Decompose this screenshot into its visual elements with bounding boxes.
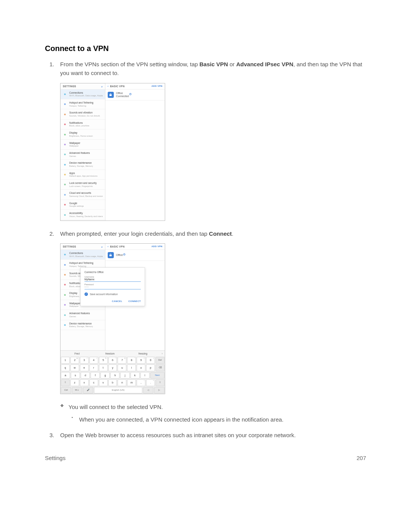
settings-item[interactable]: ◉Advanced featuresGames xyxy=(61,150,105,160)
keyboard-key[interactable]: ,! xyxy=(137,379,145,386)
connect-button[interactable]: CONNECT xyxy=(128,300,141,302)
keyboard-key[interactable]: g xyxy=(100,372,110,379)
keyboard-key[interactable]: ⇧ xyxy=(61,379,70,386)
settings-item-icon: ◉ xyxy=(63,152,67,157)
keyboard-key[interactable]: ▷ xyxy=(154,387,164,393)
keyboard-key[interactable]: j xyxy=(120,372,129,379)
keyboard-key[interactable]: 🎤 xyxy=(83,387,93,393)
gear-icon[interactable]: ⚙ xyxy=(123,253,126,257)
keyboard-key[interactable]: f xyxy=(91,372,100,379)
settings-item[interactable]: ◉Hotspot and TetheringHotspot, Tethering xyxy=(61,99,105,109)
settings-item-icon: ◉ xyxy=(63,193,67,197)
settings-title: SETTINGS xyxy=(63,245,76,248)
keyboard-key[interactable]: b xyxy=(108,379,117,386)
keyboard-key[interactable]: w xyxy=(70,364,79,371)
password-field[interactable]: ···· xyxy=(84,286,141,289)
keyboard-key[interactable]: h xyxy=(110,372,119,379)
add-vpn-button[interactable]: ADD VPN xyxy=(151,85,162,88)
keyboard-key[interactable]: z xyxy=(70,379,79,386)
footer-section: Settings xyxy=(45,454,65,462)
settings-item[interactable]: ◉Sounds and vibrationSounds, Vibration, … xyxy=(61,109,105,119)
save-checkbox[interactable]: ✓ xyxy=(84,292,88,296)
settings-item[interactable]: ◉DisplayBrightness, Home screen xyxy=(61,129,105,139)
settings-item[interactable]: ◉Advanced featuresGames xyxy=(61,310,105,320)
settings-item[interactable]: ◉Lock screen and securityLock screen, Fi… xyxy=(61,180,105,190)
settings-item[interactable]: ◉Device maintenanceBattery, Storage, Mem… xyxy=(61,320,105,330)
keyboard-key[interactable]: 0) xyxy=(146,357,155,364)
settings-item[interactable]: ◉AccessibilityVision, Hearing, Dexterity… xyxy=(61,210,105,220)
keyboard-key[interactable]: 7& xyxy=(118,357,126,364)
cancel-button[interactable]: CANCEL xyxy=(112,300,123,302)
username-field[interactable]: MyName xyxy=(84,278,141,282)
keyboard-key[interactable]: Next xyxy=(150,372,164,379)
keyboard-key[interactable]: a xyxy=(61,372,70,379)
settings-item[interactable]: ◉Cloud and accountsSamsung Cloud, Backup… xyxy=(61,190,105,200)
keyboard-key[interactable]: 5% xyxy=(99,357,108,364)
keyboard-key[interactable]: Ctrl xyxy=(61,387,71,393)
keyboard-key[interactable]: ⌫ xyxy=(156,364,164,371)
dialog-title: Connect to Office xyxy=(84,271,141,273)
keyboard-key[interactable]: i xyxy=(127,364,136,371)
keyboard-key[interactable]: 2@ xyxy=(70,357,79,364)
keyboard-key[interactable]: y xyxy=(108,364,117,371)
settings-item[interactable]: ◉WallpaperWallpaper xyxy=(61,140,105,150)
keyboard-key[interactable]: English (US) xyxy=(94,387,142,393)
keyboard-key[interactable]: m xyxy=(127,379,136,386)
pane-title: BASIC VPN xyxy=(110,85,124,88)
keyboard-key[interactable]: u xyxy=(118,364,126,371)
settings-item-icon: ◉ xyxy=(63,323,67,327)
keyboard-key[interactable]: 4/ xyxy=(89,357,98,364)
keyboard-key[interactable]: e xyxy=(80,364,89,371)
vpn-entry[interactable]: Office ⚙ xyxy=(105,250,165,261)
settings-item[interactable]: ◉AppsDefault apps, App permissions xyxy=(61,170,105,180)
settings-item[interactable]: ◉GoogleGoogle settings xyxy=(61,200,105,210)
keyboard-key[interactable]: Del xyxy=(156,357,164,364)
keyboard-key[interactable]: x xyxy=(80,379,89,386)
sub-bullets: You will connect to the selected VPN. Wh… xyxy=(60,403,366,424)
keyboard-key[interactable]: r xyxy=(89,364,98,371)
search-icon[interactable]: ⌕ xyxy=(101,85,103,88)
bullet-1: You will connect to the selected VPN. Wh… xyxy=(68,403,366,424)
page-footer: Settings 207 xyxy=(45,454,366,462)
keyboard-key[interactable]: 6^ xyxy=(108,357,117,364)
keyboard-key[interactable]: s xyxy=(71,372,80,379)
settings-item[interactable]: ◉Device maintenanceBattery, Storage, Mem… xyxy=(61,160,105,169)
keyboard-key[interactable]: d xyxy=(81,372,90,379)
settings-item[interactable]: ◉ConnectionsWi-Fi, Bluetooth, Data usage… xyxy=(61,89,105,99)
settings-item[interactable]: ◉ConnectionsWi-Fi, Bluetooth, Data usage… xyxy=(61,250,105,260)
back-icon[interactable]: ‹ xyxy=(108,245,108,248)
settings-item[interactable]: ◉NotificationsBlock, allow, prioritize xyxy=(61,120,105,129)
keyboard-key[interactable]: q xyxy=(61,364,70,371)
keyboard-key[interactable]: 1 xyxy=(61,357,70,364)
vpn-app-icon xyxy=(108,92,114,98)
keyboard-key[interactable]: .? xyxy=(146,379,155,386)
gear-icon[interactable]: ⚙ xyxy=(129,93,132,96)
keyboard-key[interactable]: k xyxy=(131,372,140,379)
keyboard-key[interactable]: ⇧ xyxy=(156,379,164,386)
connect-dialog: Connect to Office Username MyName Passwo… xyxy=(80,267,145,306)
keyboard-key[interactable]: ◁ xyxy=(143,387,153,393)
keyboard-key[interactable]: 3# xyxy=(80,357,89,364)
keyboard-key[interactable]: t xyxy=(99,364,108,371)
keyboard-suggestions[interactable]: Fred freedom freezing › xyxy=(61,350,165,356)
keyboard-key[interactable]: 8* xyxy=(127,357,136,364)
chevron-right-icon[interactable]: › xyxy=(159,351,165,356)
vpn-entry[interactable]: Office Connected ⚙ xyxy=(105,89,165,101)
on-screen-keyboard[interactable]: 12@3#4/5%6^7&8*9(0)Delqwertyuiop⌫asdfghj… xyxy=(61,356,165,393)
keyboard-key[interactable]: o xyxy=(137,364,145,371)
keyboard-key[interactable]: l xyxy=(140,372,150,379)
keyboard-key[interactable]: n xyxy=(118,379,126,386)
keyboard-key[interactable]: 9( xyxy=(137,357,145,364)
search-icon[interactable]: ⌕ xyxy=(101,245,103,248)
settings-list: ◉ConnectionsWi-Fi, Bluetooth, Data usage… xyxy=(61,89,105,220)
back-icon[interactable]: ‹ xyxy=(108,85,108,88)
save-label: Save account information xyxy=(90,293,118,296)
add-vpn-button[interactable]: ADD VPN xyxy=(151,245,162,248)
keyboard-key[interactable]: !#☺ xyxy=(72,387,82,393)
pane-title: BASIC VPN xyxy=(110,245,124,248)
vpn-app-icon xyxy=(108,252,114,258)
steps-list: From the VPNs section of the VPN setting… xyxy=(45,60,366,440)
keyboard-key[interactable]: c xyxy=(89,379,98,386)
keyboard-key[interactable]: v xyxy=(99,379,108,386)
keyboard-key[interactable]: p xyxy=(146,364,155,371)
